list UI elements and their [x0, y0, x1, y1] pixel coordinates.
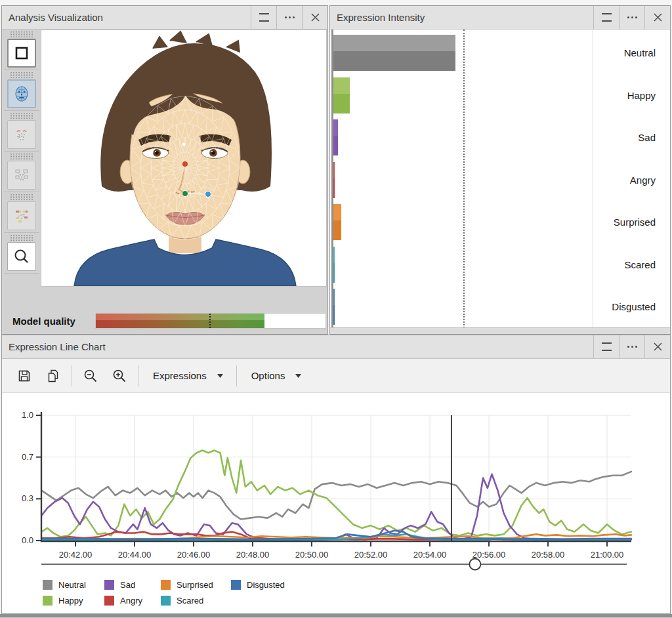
legend-swatch [161, 580, 171, 590]
window-menu-button[interactable] [593, 335, 619, 358]
intensity-bar-happy [333, 77, 350, 113]
more-icon [631, 16, 633, 18]
model-quality-bar [95, 313, 326, 329]
titlebar-analysis-visualization: Analysis Visualization [2, 6, 327, 30]
legend-item-neutral: Neutral [43, 579, 86, 590]
legend-swatch [104, 580, 114, 590]
intensity-bar-sad [333, 119, 338, 155]
intensity-label-happy: Happy [577, 77, 656, 113]
legend-label: Neutral [58, 580, 86, 590]
toolbar-separator [72, 365, 72, 386]
menu-icon [602, 13, 612, 22]
chevron-down-icon [217, 374, 223, 378]
intensity-bar-angry [333, 162, 335, 198]
series-line-neutral [41, 472, 631, 520]
legend-swatch [104, 596, 114, 606]
more-icon [289, 16, 291, 18]
intensity-label-scared: Scared [577, 247, 656, 283]
landmarks-regions-button[interactable] [7, 161, 36, 190]
legend-label: Happy [58, 596, 83, 606]
toolbar-separator [236, 365, 237, 386]
intensity-bar-neutral [333, 35, 455, 71]
intensity-label-disgusted: Disgusted [577, 289, 656, 325]
window-close-button[interactable] [302, 6, 327, 29]
save-button[interactable] [12, 364, 36, 388]
panel-title: Analysis Visualization [9, 12, 251, 23]
close-icon [311, 13, 320, 22]
intensity-bar-scared [333, 247, 335, 283]
window-more-button[interactable] [619, 6, 644, 29]
drag-grip-icon[interactable] [10, 113, 33, 119]
drag-grip-icon[interactable] [10, 72, 33, 78]
close-icon [654, 13, 662, 22]
copy-button[interactable] [41, 364, 65, 388]
zoom-out-button[interactable] [79, 364, 102, 388]
application-window: Analysis Visualization [0, 0, 672, 618]
face-illustration [41, 30, 326, 286]
drag-grip-icon[interactable] [10, 154, 33, 159]
expressions-dropdown-label: Expressions [153, 370, 207, 381]
window-close-button[interactable] [644, 6, 670, 29]
intensity-label-sad: Sad [577, 119, 656, 155]
svg-text:20:44.00: 20:44.00 [118, 550, 152, 560]
window-close-button[interactable] [644, 335, 670, 358]
model-quality-fill [96, 314, 264, 328]
timeline-slider-thumb[interactable] [469, 559, 480, 570]
panel-title: Expression Intensity [337, 12, 593, 23]
copy-icon [46, 369, 60, 383]
titlebar-expression-intensity: Expression Intensity [330, 6, 670, 30]
intensity-label-neutral: Neutral [577, 35, 656, 71]
legend-swatch [161, 596, 171, 606]
svg-text:0.0: 0.0 [22, 535, 33, 545]
magnifier-button[interactable] [7, 242, 36, 271]
intensity-scrollbar-area[interactable] [330, 327, 670, 334]
legend-swatch [43, 580, 52, 590]
model-quality-label: Model quality [12, 316, 95, 327]
svg-text:20:48.00: 20:48.00 [236, 550, 270, 560]
svg-text:20:54.00: 20:54.00 [413, 550, 447, 560]
svg-text:20:58.00: 20:58.00 [532, 550, 565, 560]
frame-select-button[interactable] [7, 39, 36, 68]
expressions-dropdown[interactable]: Expressions [145, 364, 235, 388]
face-model-button[interactable] [7, 79, 36, 108]
intensity-chart: NeutralHappySadAngrySurprisedScaredDisgu… [330, 30, 670, 334]
legend-item-sad: Sad [104, 579, 135, 590]
intensity-label-angry: Angry [577, 162, 656, 198]
svg-text:1.0: 1.0 [22, 410, 33, 420]
svg-text:0.7: 0.7 [22, 452, 33, 462]
svg-text:0.3: 0.3 [22, 493, 33, 503]
line-chart-area: 1.00.70.30.020:42.0020:44.0020:46.0020:4… [2, 393, 670, 613]
face-model-icon [12, 85, 31, 103]
drag-grip-icon[interactable] [10, 235, 33, 241]
landmarks-button[interactable] [7, 120, 36, 149]
window-more-button[interactable] [619, 335, 644, 358]
landmarks-intensity-icon [13, 207, 30, 224]
legend-item-scared: Scared [161, 595, 203, 606]
window-menu-button[interactable] [593, 6, 619, 29]
window-more-button[interactable] [276, 6, 302, 29]
panel-analysis-visualization: Analysis Visualization [1, 5, 328, 335]
legend-item-happy: Happy [43, 595, 83, 606]
menu-icon [259, 13, 269, 22]
chart-toolbar: Expressions Options [2, 359, 670, 393]
drag-grip-icon[interactable] [10, 194, 33, 200]
tracking-dot-green [182, 191, 188, 197]
svg-text:20:46.00: 20:46.00 [177, 550, 211, 560]
options-dropdown[interactable]: Options [243, 364, 314, 388]
model-quality-marker [209, 314, 211, 328]
legend-label: Sad [120, 580, 135, 590]
legend-item-surprised: Surprised [161, 579, 213, 590]
legend-label: Surprised [177, 580, 213, 590]
panel-expression-line-chart: Expression Line Chart [1, 335, 671, 614]
tracking-dot-blue [205, 192, 211, 197]
landmarks-intensity-button[interactable] [7, 201, 36, 230]
magnifier-icon [12, 247, 31, 266]
chevron-down-icon [295, 374, 301, 378]
face-analysis-view[interactable] [41, 30, 327, 287]
window-menu-button[interactable] [251, 6, 276, 29]
svg-text:20:56.00: 20:56.00 [472, 550, 506, 560]
options-dropdown-label: Options [251, 370, 285, 381]
drag-grip-icon[interactable] [10, 31, 33, 37]
landmarks-regions-icon [13, 167, 30, 184]
zoom-in-button[interactable] [108, 364, 131, 388]
